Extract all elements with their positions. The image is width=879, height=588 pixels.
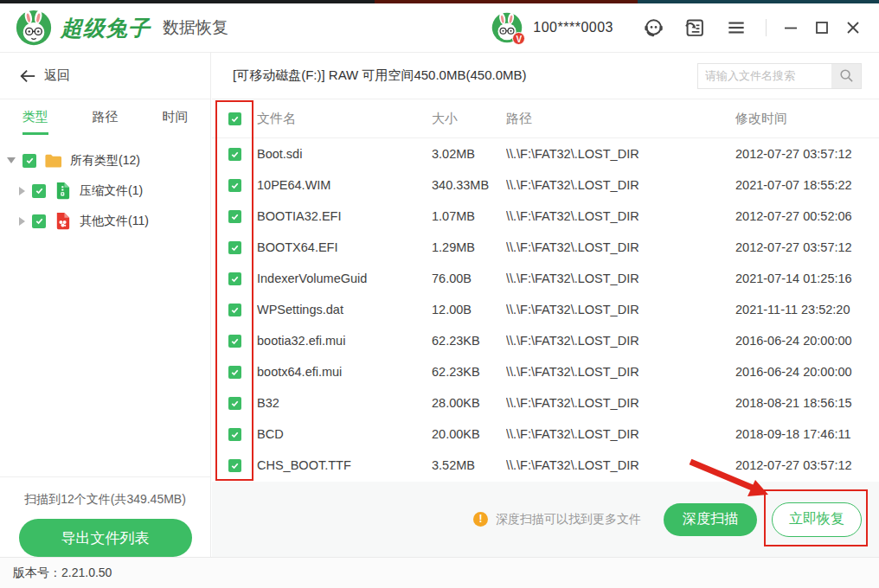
- recover-now-button[interactable]: 立即恢复: [772, 502, 862, 537]
- file-mtime: 2012-07-27 00:52:06: [735, 209, 879, 223]
- file-mtime: 2021-11-11 23:52:20: [735, 303, 879, 316]
- tree-checkbox-archive[interactable]: [32, 184, 46, 198]
- vip-badge: V: [512, 32, 525, 45]
- file-path: \\.\F:\FAT32\.LOST_DIR: [506, 272, 735, 285]
- select-all-checkbox[interactable]: [228, 112, 241, 125]
- file-name: BOOTIA32.EFI: [257, 209, 432, 223]
- file-name: Boot.sdi: [257, 147, 432, 161]
- row-checkbox[interactable]: [228, 397, 241, 410]
- bottom-action-bar: ! 深度扫描可以找到更多文件 深度扫描 立即恢复: [212, 482, 879, 557]
- search-button[interactable]: [831, 64, 861, 88]
- file-size: 20.00KB: [432, 427, 506, 441]
- file-path: \\.\F:\FAT32\.LOST_DIR: [506, 365, 735, 379]
- chevron-down-icon[interactable]: [7, 157, 16, 163]
- window-titlebar: 超级兔子 数据恢复 V 100****0003: [0, 3, 879, 53]
- table-row[interactable]: Boot.sdi 3.02MB \\.\F:\FAT32\.LOST_DIR 2…: [212, 138, 879, 169]
- file-size: 3.52MB: [432, 458, 506, 472]
- hamburger-menu-icon: [725, 16, 747, 39]
- file-name: B32: [257, 396, 432, 410]
- main-panel: [可移动磁盘(F:)] RAW 可用空间450.0MB(450.0MB) 文件名…: [212, 53, 879, 557]
- deep-scan-hint: 深度扫描可以找到更多文件: [496, 512, 641, 527]
- headset-support-icon: [642, 16, 664, 39]
- file-path: \\.\F:\FAT32\.LOST_DIR: [506, 240, 735, 254]
- file-name: BOOTX64.EFI: [257, 240, 432, 254]
- row-checkbox[interactable]: [228, 428, 241, 441]
- tab-type[interactable]: 类型: [0, 99, 70, 138]
- tree-checkbox-all-types[interactable]: [22, 154, 36, 168]
- file-name: 10PE64.WIM: [257, 178, 432, 192]
- table-row[interactable]: 10PE64.WIM 340.33MB \\.\F:\FAT32\.LOST_D…: [212, 169, 879, 201]
- app-product-title: 数据恢复: [163, 16, 228, 39]
- row-checkbox[interactable]: [228, 272, 241, 285]
- table-row[interactable]: B32 28.00KB \\.\F:\FAT32\.LOST_DIR 2018-…: [212, 387, 879, 419]
- file-path: \\.\F:\FAT32\.LOST_DIR: [506, 458, 735, 472]
- tree-item-archive-files[interactable]: 压缩文件(1): [0, 176, 210, 206]
- chevron-right-icon[interactable]: [19, 217, 25, 226]
- row-checkbox[interactable]: [228, 335, 241, 348]
- tree-checkbox-other[interactable]: [32, 214, 46, 228]
- feedback-button[interactable]: [683, 16, 707, 40]
- file-size: 62.23KB: [432, 334, 506, 348]
- row-checkbox[interactable]: [228, 148, 241, 161]
- table-header: 文件名 大小 路径 修改时间: [212, 99, 879, 138]
- folder-icon: [44, 151, 62, 169]
- file-size: 1.07MB: [432, 209, 506, 223]
- maximize-button[interactable]: [809, 16, 835, 40]
- column-header-path[interactable]: 路径: [506, 111, 735, 127]
- table-row[interactable]: BOOTIA32.EFI 1.07MB \\.\F:\FAT32\.LOST_D…: [212, 201, 879, 232]
- deep-scan-button[interactable]: 深度扫描: [664, 503, 757, 536]
- table-row[interactable]: WPSettings.dat 12.00B \\.\F:\FAT32\.LOST…: [212, 294, 879, 325]
- account-id: 100****0003: [533, 20, 613, 35]
- file-path: \\.\F:\FAT32\.LOST_DIR: [506, 209, 735, 223]
- maximize-icon: [813, 19, 831, 36]
- app-brand-title: 超级兔子: [61, 14, 151, 42]
- column-header-size[interactable]: 大小: [432, 111, 506, 127]
- scan-summary: 扫描到12个文件(共349.45MB): [0, 492, 210, 508]
- table-row[interactable]: IndexerVolumeGuid 76.00B \\.\F:\FAT32\.L…: [212, 263, 879, 294]
- row-checkbox[interactable]: [228, 241, 241, 254]
- chevron-right-icon[interactable]: [19, 187, 25, 195]
- back-button[interactable]: 返回: [0, 53, 210, 99]
- drive-info-text: [可移动磁盘(F:)] RAW 可用空间450.0MB(450.0MB): [233, 67, 527, 84]
- user-avatar[interactable]: V: [491, 12, 523, 43]
- minimize-button[interactable]: [778, 16, 804, 40]
- file-type-tree: 所有类型(12) 压缩文件(1): [0, 138, 210, 236]
- feedback-icon: [683, 16, 706, 39]
- tab-path[interactable]: 路径: [70, 99, 140, 138]
- file-mtime: 2021-07-14 01:25:16: [735, 272, 879, 285]
- table-row[interactable]: bootx64.efi.mui 62.23KB \\.\F:\FAT32\.LO…: [212, 356, 879, 387]
- close-icon: [844, 19, 862, 36]
- tree-item-all-types[interactable]: 所有类型(12): [0, 145, 210, 176]
- row-checkbox[interactable]: [228, 366, 241, 379]
- file-mtime: 2021-07-07 18:55:22: [735, 178, 879, 192]
- row-checkbox[interactable]: [228, 179, 241, 192]
- search-input[interactable]: [698, 64, 831, 88]
- row-checkbox[interactable]: [228, 210, 241, 223]
- file-path: \\.\F:\FAT32\.LOST_DIR: [506, 178, 735, 192]
- main-menu-button[interactable]: [724, 16, 748, 40]
- table-row[interactable]: BCD 20.00KB \\.\F:\FAT32\.LOST_DIR 2018-…: [212, 419, 879, 450]
- file-name: CHS_BOOT.TTF: [257, 458, 432, 472]
- export-file-list-button[interactable]: 导出文件列表: [19, 519, 192, 557]
- row-checkbox[interactable]: [228, 459, 241, 472]
- file-path: \\.\F:\FAT32\.LOST_DIR: [506, 396, 735, 410]
- tab-time[interactable]: 时间: [140, 99, 210, 138]
- table-row[interactable]: BOOTX64.EFI 1.29MB \\.\F:\FAT32\.LOST_DI…: [212, 232, 879, 263]
- column-header-mtime[interactable]: 修改时间: [735, 111, 879, 127]
- table-row[interactable]: CHS_BOOT.TTF 3.52MB \\.\F:\FAT32\.LOST_D…: [212, 450, 879, 481]
- table-row[interactable]: bootia32.efi.mui 62.23KB \\.\F:\FAT32\.L…: [212, 325, 879, 356]
- close-button[interactable]: [840, 16, 866, 40]
- column-header-name[interactable]: 文件名: [257, 111, 432, 127]
- row-checkbox[interactable]: [228, 304, 241, 316]
- file-name: WPSettings.dat: [257, 303, 432, 316]
- version-text: 版本号：2.21.0.50: [13, 566, 112, 581]
- file-path: \\.\F:\FAT32\.LOST_DIR: [506, 147, 735, 161]
- file-path: \\.\F:\FAT32\.LOST_DIR: [506, 303, 735, 316]
- file-name: bootia32.efi.mui: [257, 334, 432, 348]
- file-mtime: 2016-06-24 20:00:00: [735, 365, 879, 379]
- file-path: \\.\F:\FAT32\.LOST_DIR: [506, 334, 735, 348]
- file-name: bootx64.efi.mui: [257, 365, 432, 379]
- warning-icon: !: [473, 512, 488, 527]
- tree-item-other-files[interactable]: 其他文件(11): [0, 206, 210, 236]
- customer-service-button[interactable]: [641, 16, 665, 40]
